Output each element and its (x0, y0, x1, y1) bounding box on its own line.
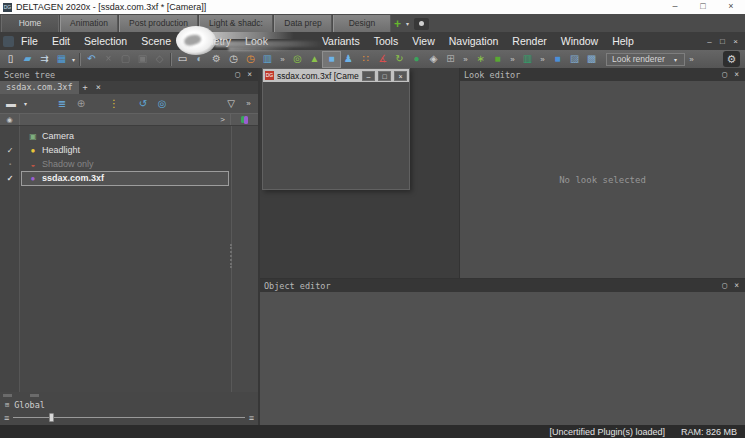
render-settings-icon[interactable]: ⚙ (208, 52, 225, 67)
visibility-checkbox[interactable]: ✓ (0, 174, 20, 183)
sync-icon[interactable]: ◎ (154, 96, 170, 111)
menu-render[interactable]: Render (505, 32, 553, 50)
render-timer-icon[interactable]: ◷ (242, 52, 259, 67)
global-expand-icon[interactable]: ⊞ (5, 401, 9, 409)
mdi-minimize-button[interactable]: – (703, 37, 716, 46)
save-icon[interactable]: ▦ (53, 52, 70, 67)
toolbar-overflow[interactable]: » (276, 55, 289, 64)
scene-tree-header[interactable]: Scene tree ▢ × (0, 68, 258, 81)
delete-icon[interactable]: × (100, 52, 117, 67)
eye-icon[interactable]: ◉ (0, 114, 20, 125)
tree-row-camera[interactable]: ▣ Camera (0, 129, 258, 143)
close-button[interactable]: × (717, 0, 745, 14)
cube-ghost-icon[interactable]: ▨ (566, 52, 583, 67)
toolbar-overflow[interactable]: » (536, 55, 549, 64)
tab-list-dropdown[interactable]: ▾ (404, 16, 411, 32)
float-panel-icon[interactable]: ▢ (235, 70, 240, 79)
keyframe-left-icon[interactable]: ≡ (4, 413, 9, 423)
keyframe-right-icon[interactable]: ≡ (249, 413, 254, 423)
toolbar-overflow[interactable]: » (506, 55, 519, 64)
axes-tool-icon[interactable]: ∗ (472, 52, 489, 67)
copy-icon[interactable]: ▢ (117, 52, 134, 67)
tree-layout-caret[interactable]: ▾ (22, 100, 29, 107)
look-editor-header[interactable]: Look editor ▢ × (460, 68, 745, 81)
tree-row-headlight[interactable]: ✓ ● Headlight (0, 143, 258, 157)
save-dropdown-caret[interactable]: ▾ (70, 56, 77, 63)
close-panel-icon[interactable]: × (247, 70, 252, 79)
tree-row-ssdax[interactable]: ✓ ● ssdax.com.3xf (0, 171, 258, 185)
close-panel-icon[interactable]: × (734, 70, 739, 79)
add-tree-tab-button[interactable]: + (79, 81, 92, 94)
camera-tool-icon[interactable]: ▥ (259, 52, 276, 67)
tab-home[interactable]: Home (1, 15, 59, 32)
options-dots-icon[interactable]: ⋮ (106, 96, 122, 111)
timeline-slider-thumb[interactable] (49, 413, 54, 422)
ribbon-pin-button[interactable] (414, 18, 429, 30)
add-tab-button[interactable]: + (391, 16, 404, 32)
menu-edit[interactable]: Edit (45, 32, 77, 50)
show-ids-icon[interactable]: ≣ (54, 96, 70, 111)
scene-tree-view[interactable]: ▣ Camera ✓ ● Headlight ▪ ◒ Shadow only (0, 126, 258, 392)
visibility-checkbox[interactable]: ✓ (0, 146, 20, 155)
duplicate-icon[interactable]: ◇ (151, 52, 168, 67)
transform-tool-icon[interactable]: ◈ (425, 52, 442, 67)
menu-tools[interactable]: Tools (367, 32, 406, 50)
tree-layout-icon[interactable]: ▬ (3, 96, 19, 111)
cube-green-icon[interactable]: ■ (489, 52, 506, 67)
pick-zoom-icon[interactable]: ◎ (289, 52, 306, 67)
box-green-icon[interactable]: ▥ (519, 52, 536, 67)
measure-angle-icon[interactable]: ∡ (374, 52, 391, 67)
float-panel-icon[interactable]: ▢ (722, 70, 727, 79)
close-tree-tab-button[interactable]: × (92, 81, 105, 94)
tree-toolbar-overflow[interactable]: » (242, 99, 255, 108)
tree-row-shadow-only[interactable]: ▪ ◒ Shadow only (0, 157, 258, 171)
menu-scene[interactable]: Scene (134, 32, 178, 50)
tab-design[interactable]: Design (333, 15, 391, 32)
snap-points-icon[interactable]: ∷ (357, 52, 374, 67)
globe-icon[interactable]: ⊕ (73, 96, 89, 111)
viewport-close-button[interactable]: × (394, 71, 407, 81)
undo-icon[interactable]: ↶ (83, 52, 100, 67)
open-file-icon[interactable]: ▰ (19, 52, 36, 67)
minimize-button[interactable]: – (661, 0, 689, 14)
refresh-icon[interactable]: ↺ (135, 96, 151, 111)
close-panel-icon[interactable]: × (734, 281, 739, 290)
cube-ghost2-icon[interactable]: ▩ (583, 52, 600, 67)
toolbar-overflow[interactable]: » (459, 55, 472, 64)
viewport-window[interactable]: DG ssdax.com.3xf [Camera] – □ × (262, 68, 410, 190)
rect-select-icon[interactable]: ■ (323, 52, 340, 67)
menu-view[interactable]: View (405, 32, 442, 50)
filter-funnel-icon[interactable]: ▽ (223, 96, 239, 111)
paste-icon[interactable]: ▣ (134, 52, 151, 67)
settings-gear-button[interactable]: ⚙ (723, 51, 740, 67)
toolbar-overflow[interactable]: » (685, 55, 698, 64)
mdi-close-button[interactable]: × (729, 37, 742, 46)
import-icon[interactable]: ⇉ (36, 52, 53, 67)
grid-snap-icon[interactable]: ⊞ (442, 52, 459, 67)
scene-tree-tab[interactable]: ssdax.com.3xf (0, 81, 79, 94)
timeline-slider[interactable] (13, 417, 244, 418)
select-object-icon[interactable]: ♟ (340, 52, 357, 67)
menu-window[interactable]: Window (554, 32, 605, 50)
object-editor-header[interactable]: Object editor ▢ × (260, 279, 745, 292)
viewport-canvas[interactable] (263, 82, 409, 189)
column-splitter[interactable] (230, 244, 232, 268)
menu-help[interactable]: Help (605, 32, 641, 50)
tab-animation[interactable]: Animation (60, 15, 118, 32)
tree-name-column-header[interactable]: > (20, 114, 231, 125)
sphere-tool-icon[interactable]: ● (408, 52, 425, 67)
viewport-maximize-button[interactable]: □ (378, 71, 391, 81)
menu-file[interactable]: File (14, 32, 45, 50)
menu-navigation[interactable]: Navigation (442, 32, 506, 50)
visibility-checkbox[interactable]: ▪ (0, 161, 20, 167)
rotate-tool-icon[interactable]: ↻ (391, 52, 408, 67)
look-renderer-dropdown[interactable]: Look renderer ▾ (606, 53, 685, 66)
tree-horizontal-scrollbar[interactable] (0, 392, 258, 399)
maximize-button[interactable]: □ (689, 0, 717, 14)
pick-cone-icon[interactable]: ▲ (306, 52, 323, 67)
float-panel-icon[interactable]: ▢ (722, 281, 727, 290)
viewport-titlebar[interactable]: DG ssdax.com.3xf [Camera] – □ × (263, 69, 409, 82)
pause-render-icon[interactable]: ◷ (225, 52, 242, 67)
menu-selection[interactable]: Selection (77, 32, 134, 50)
new-file-icon[interactable]: ▯ (2, 52, 19, 67)
